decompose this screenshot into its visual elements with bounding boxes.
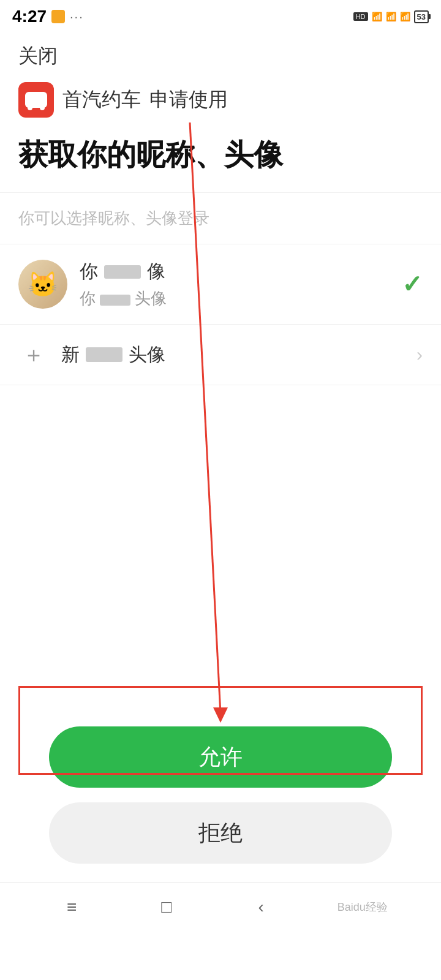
app-name: 首汽约车 bbox=[62, 86, 141, 113]
hint-text: 你可以选择昵称、头像登录 bbox=[0, 193, 441, 244]
add-text-prefix: 新 bbox=[61, 342, 80, 368]
account-name-suffix: 像 bbox=[147, 259, 165, 284]
home-button[interactable]: □ bbox=[148, 889, 185, 925]
close-area: 关闭 bbox=[0, 31, 441, 76]
wifi-icon: 📶 bbox=[400, 12, 410, 21]
add-text-suffix: 头像 bbox=[129, 342, 165, 368]
menu-button[interactable]: ≡ bbox=[53, 889, 90, 925]
account-desc-prefix: 你 bbox=[80, 289, 96, 307]
account-desc: 你 头像 bbox=[80, 288, 423, 309]
deny-button[interactable]: 拒绝 bbox=[49, 802, 392, 864]
avatar-image: 🐱 bbox=[18, 260, 67, 309]
close-button[interactable]: 关闭 bbox=[18, 43, 58, 70]
account-desc-suffix: 头像 bbox=[135, 289, 167, 307]
status-more-dots: ··· bbox=[70, 10, 84, 24]
nav-bar: ≡ □ ‹ Baidu经验 bbox=[0, 882, 441, 931]
add-text: 新 头像 bbox=[61, 342, 423, 368]
battery-level: 53 bbox=[417, 12, 426, 21]
battery-indicator: 53 bbox=[414, 10, 429, 23]
add-row[interactable]: ＋ 新 头像 › bbox=[0, 325, 441, 385]
signal-icon: 📶 bbox=[372, 12, 382, 21]
app-icon-inner bbox=[25, 92, 47, 108]
status-icons: HD 📶 📶 📶 53 bbox=[353, 10, 429, 23]
account-info: 你 像 你 头像 bbox=[80, 259, 423, 309]
status-time: 4:27 bbox=[12, 7, 47, 26]
allow-button[interactable]: 允许 bbox=[49, 726, 392, 788]
chevron-right-icon: › bbox=[417, 344, 423, 365]
account-name-row: 你 像 bbox=[80, 259, 423, 284]
back-button[interactable]: ‹ bbox=[243, 889, 279, 925]
baidu-watermark: Baidu经验 bbox=[337, 900, 388, 914]
permission-title: 获取你的昵称、头像 bbox=[0, 130, 441, 192]
app-header: 首汽约车 申请使用 bbox=[0, 76, 441, 130]
account-name-redact bbox=[104, 265, 141, 279]
notification-badge bbox=[51, 10, 65, 23]
avatar: 🐱 bbox=[18, 260, 67, 309]
checkmark-icon: ✓ bbox=[402, 270, 423, 298]
account-desc-redact bbox=[100, 295, 130, 306]
account-name-prefix: 你 bbox=[80, 259, 98, 284]
app-action-label: 申请使用 bbox=[149, 86, 228, 113]
add-text-redact bbox=[86, 347, 123, 362]
account-row[interactable]: 🐱 你 像 你 头像 ✓ bbox=[0, 244, 441, 325]
status-bar: 4:27 ··· HD 📶 📶 📶 53 bbox=[0, 0, 441, 31]
bottom-section: 允许 拒绝 bbox=[0, 708, 441, 882]
hd-badge: HD bbox=[353, 12, 368, 21]
signal-icon-2: 📶 bbox=[386, 12, 396, 21]
app-icon bbox=[18, 82, 54, 118]
add-icon: ＋ bbox=[18, 339, 49, 370]
